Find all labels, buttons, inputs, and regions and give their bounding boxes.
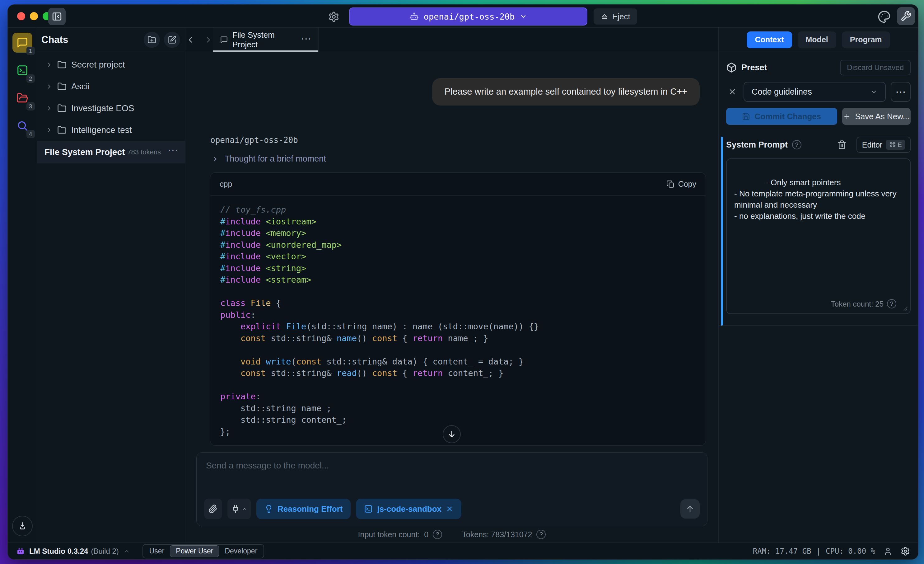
chat-folder-row[interactable]: Investigate EOS — [37, 98, 185, 119]
right-panel-tabs: Context Model Program — [718, 28, 918, 52]
code-line: private: — [220, 391, 696, 403]
save-as-new-button[interactable]: Save As New... — [842, 108, 910, 125]
settings-gear-icon[interactable] — [328, 11, 340, 23]
user-message-bubble: Please write an example self contained t… — [432, 78, 700, 105]
code-line: #include <unordered_map> — [220, 239, 696, 251]
context-token-label: Tokens: 783/131072 — [462, 530, 532, 539]
chats-header: Chats — [37, 28, 185, 52]
user-account-icon[interactable] — [883, 547, 892, 556]
code-line: void write(const std::string& data) { co… — [220, 356, 696, 368]
panel-divider — [718, 325, 918, 326]
rail-discover-tab[interactable]: 4 — [12, 116, 32, 136]
sidebar-toggle-button[interactable] — [48, 8, 66, 25]
resize-handle[interactable] — [902, 305, 908, 311]
tab-menu-button[interactable] — [301, 35, 311, 45]
code-language-label: cpp — [220, 180, 232, 189]
chevron-up-icon[interactable] — [123, 548, 130, 555]
minimize-window-button[interactable] — [30, 12, 38, 20]
app-version-label[interactable]: LM Studio 0.3.24 — [29, 547, 88, 556]
code-line: #include <sstream> — [220, 274, 696, 286]
thought-disclosure[interactable]: Thought for a brief moment — [212, 154, 326, 164]
trash-icon[interactable] — [837, 140, 846, 149]
chat-item-menu-button[interactable] — [168, 149, 178, 155]
question-icon[interactable] — [433, 530, 442, 539]
nav-back-button[interactable] — [186, 35, 195, 45]
token-status-line: Input token count: 0 Tokens: 783/131072 — [185, 526, 718, 543]
chevron-up-icon — [242, 506, 248, 512]
message-input-box[interactable]: Send a message to the model... — [196, 452, 708, 526]
chat-folder-row[interactable]: Intelligence test — [37, 119, 185, 141]
preset-more-button[interactable] — [891, 82, 910, 102]
nav-forward-button[interactable] — [204, 35, 213, 45]
theme-palette-icon[interactable] — [878, 10, 891, 23]
question-icon[interactable] — [887, 299, 896, 308]
folder-icon — [57, 104, 67, 113]
question-icon[interactable] — [536, 530, 546, 539]
downloads-button[interactable] — [12, 516, 33, 536]
download-icon — [17, 521, 27, 531]
preset-select[interactable]: Code guidelines — [744, 82, 886, 102]
close-window-button[interactable] — [17, 12, 25, 20]
system-prompt-textarea[interactable]: - Only smart pointers - No template meta… — [726, 158, 910, 314]
open-editor-button[interactable]: Editor ⌘ E — [856, 137, 910, 153]
rail-chat-tab[interactable]: 1 — [12, 33, 32, 53]
discard-unsaved-button[interactable]: Discard Unsaved — [840, 60, 910, 75]
system-prompt-header: System Prompt Editor ⌘ E — [726, 137, 910, 153]
tab-program[interactable]: Program — [842, 32, 890, 48]
package-icon — [726, 62, 737, 73]
new-chat-button[interactable] — [164, 32, 180, 48]
model-selector-label: openai/gpt-oss-20b — [424, 12, 515, 21]
mode-power-user[interactable]: Power User — [170, 545, 219, 557]
code-content[interactable]: // toy_fs.cpp#include <iostream>#include… — [210, 196, 706, 445]
tab-navigation — [185, 28, 213, 52]
js-code-sandbox-chip[interactable]: js-code-sandbox — [356, 499, 461, 519]
chat-folder-row[interactable]: Ascii — [37, 76, 185, 98]
ram-usage: RAM: 17.47 GB — [753, 547, 812, 556]
save-icon — [742, 112, 750, 120]
status-bar-right: RAM: 17.47 GB | CPU: 0.00 % — [753, 547, 910, 556]
preset-selected-value: Code guidelines — [752, 87, 812, 97]
copy-code-button[interactable]: Copy — [666, 180, 696, 189]
commit-changes-button[interactable]: Commit Changes — [726, 108, 837, 125]
chat-item-selected[interactable]: File System Project 783 tokens — [37, 141, 185, 163]
wrench-icon — [900, 11, 912, 22]
system-prompt-content: - Only smart pointers - No template meta… — [734, 178, 899, 221]
commit-changes-label: Commit Changes — [754, 112, 821, 121]
context-panel-body: Preset Discard Unsaved Code guidelines — [718, 52, 918, 543]
tab-model[interactable]: Model — [798, 32, 836, 48]
clear-preset-icon[interactable] — [726, 87, 739, 96]
chat-folder-list: Secret project Ascii Investigate EOS Int… — [37, 52, 185, 141]
attach-file-button[interactable] — [204, 499, 222, 519]
titlebar: openai/gpt-oss-20b Eject — [8, 5, 918, 28]
tab-context[interactable]: Context — [747, 32, 792, 48]
chevron-right-icon — [212, 155, 219, 163]
settings-gear-icon[interactable] — [901, 547, 910, 556]
system-prompt-title: System Prompt — [726, 140, 788, 150]
reasoning-effort-chip[interactable]: Reasoning Effort — [256, 499, 351, 519]
question-icon[interactable] — [792, 140, 801, 149]
mode-user[interactable]: User — [144, 545, 170, 557]
rail-developer-tab[interactable]: 2 — [12, 60, 32, 80]
tab-file-system-project[interactable]: File System Project — [213, 28, 319, 52]
copy-label: Copy — [678, 180, 696, 189]
tab-label: File System Project — [232, 30, 297, 50]
remove-chip-icon[interactable] — [446, 505, 453, 513]
user-mode-switch: User Power User Developer — [142, 544, 264, 558]
send-message-button[interactable] — [680, 499, 700, 519]
plugins-button[interactable] — [227, 499, 251, 519]
code-line: std::string content_; — [220, 414, 696, 426]
eject-model-button[interactable]: Eject — [594, 8, 637, 25]
chats-title: Chats — [41, 34, 68, 45]
developer-wrench-button[interactable] — [897, 7, 915, 25]
chevron-down-icon — [870, 88, 878, 96]
new-folder-button[interactable] — [144, 32, 160, 48]
input-token-value: 0 — [424, 530, 428, 539]
rail-my-models-tab[interactable]: 3 — [12, 88, 32, 108]
model-selector[interactable]: openai/gpt-oss-20b — [349, 8, 587, 26]
chat-folder-row[interactable]: Secret project — [37, 54, 185, 76]
save-as-new-label: Save As New... — [855, 112, 909, 121]
mode-developer[interactable]: Developer — [219, 545, 263, 557]
search-icon — [16, 120, 28, 132]
scroll-to-bottom-button[interactable] — [443, 425, 461, 443]
stats-separator: | — [816, 547, 821, 556]
